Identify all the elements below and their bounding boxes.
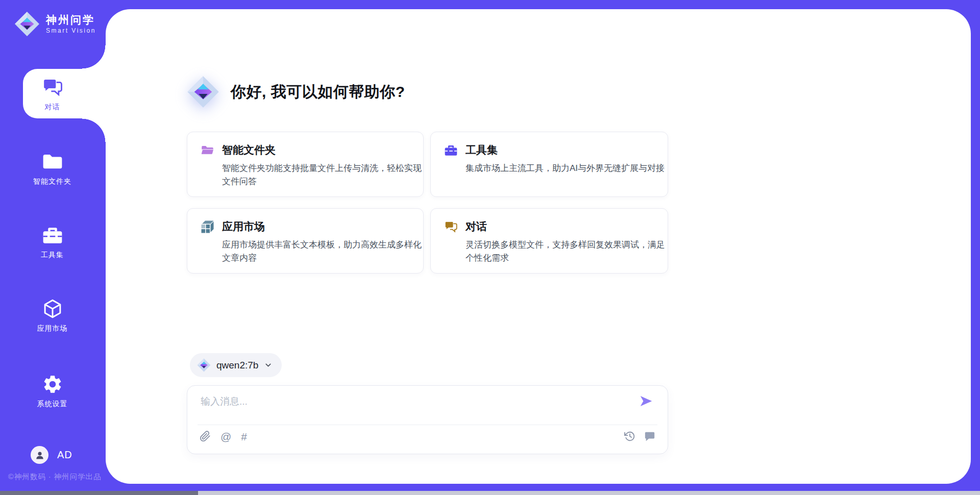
composer-divider xyxy=(198,425,657,425)
card-description: 灵活切换多模型文件，支持多样回复效果调试，满足个性化需求 xyxy=(465,238,670,264)
card-chat[interactable]: 对话 灵活切换多模型文件，支持多样回复效果调试，满足个性化需求 xyxy=(430,208,668,274)
folder-icon xyxy=(42,151,63,172)
model-name: qwen2:7b xyxy=(216,360,258,371)
toolbox-icon xyxy=(444,143,458,157)
composer-tools-right xyxy=(624,431,655,442)
brand-name-en: Smart Vision xyxy=(46,27,96,34)
sidebar-item-app-market[interactable]: 应用市场 xyxy=(0,292,105,339)
card-header: 对话 xyxy=(444,219,655,234)
message-composer: @ # xyxy=(187,385,668,454)
message-input[interactable] xyxy=(200,394,625,419)
card-description: 集成市场上主流工具，助力AI与外界无缝扩展与对接 xyxy=(465,162,670,175)
card-smart-folder[interactable]: 智能文件夹 智能文件夹功能支持批量文件上传与清洗，轻松实现文件问答 xyxy=(187,132,424,197)
brand-text: 神州问学 Smart Vision xyxy=(46,14,96,34)
model-selector[interactable]: qwen2:7b xyxy=(190,353,282,377)
sidebar-item-label: 对话 xyxy=(45,103,60,112)
history-button[interactable] xyxy=(624,431,635,442)
card-toolset[interactable]: 工具集 集成市场上主流工具，助力AI与外界无缝扩展与对接 xyxy=(430,132,668,197)
chat-icon xyxy=(42,77,63,98)
card-title: 对话 xyxy=(465,219,487,234)
send-button[interactable] xyxy=(637,392,655,411)
scrollbar-thumb[interactable] xyxy=(0,491,198,495)
sidebar-item-label: 工具集 xyxy=(41,251,64,260)
card-header: 应用市场 xyxy=(201,219,411,234)
history-icon xyxy=(624,431,635,442)
user-initials: AD xyxy=(57,449,72,461)
composer-tools-left: @ # xyxy=(200,431,247,442)
greeting-block: 你好, 我可以如何帮助你? xyxy=(187,66,405,117)
card-header: 工具集 xyxy=(444,143,655,157)
cube-icon xyxy=(42,298,63,319)
gem-logo-icon xyxy=(197,358,211,372)
feature-cards: 智能文件夹 智能文件夹功能支持批量文件上传与清洗，轻松实现文件问答 工具集 集成… xyxy=(187,132,668,274)
attach-icon xyxy=(200,431,211,442)
active-nav-fillet-bottom xyxy=(82,118,106,142)
card-description: 智能文件夹功能支持批量文件上传与清洗，轻松实现文件问答 xyxy=(222,162,426,188)
sidebar-item-chat[interactable]: 对话 xyxy=(0,70,105,117)
folder-open-icon xyxy=(201,143,214,157)
comment-button[interactable] xyxy=(644,431,655,442)
copyright-text: ©神州数码 · 神州问学出品 xyxy=(8,472,102,482)
gear-icon xyxy=(42,374,63,395)
sidebar-item-label: 应用市场 xyxy=(37,324,68,333)
card-header: 智能文件夹 xyxy=(201,143,411,157)
card-description: 应用市场提供丰富长文本模板，助力高效生成多样化文章内容 xyxy=(222,238,426,264)
gem-logo-icon xyxy=(187,76,219,108)
sidebar-item-toolset[interactable]: 工具集 xyxy=(0,218,105,265)
attach-button[interactable] xyxy=(200,431,211,442)
sidebar-item-settings[interactable]: 系统设置 xyxy=(0,367,105,414)
card-app-market[interactable]: 应用市场 应用市场提供丰富长文本模板，助力高效生成多样化文章内容 xyxy=(187,208,424,274)
hash-icon: # xyxy=(241,431,247,442)
gem-logo-icon xyxy=(14,11,40,37)
sidebar-item-smart-folder[interactable]: 智能文件夹 xyxy=(0,145,105,192)
user-account[interactable]: AD xyxy=(31,446,72,464)
avatar xyxy=(31,446,48,464)
card-title: 智能文件夹 xyxy=(222,143,276,157)
send-icon xyxy=(639,393,654,409)
cube-grid-icon xyxy=(201,220,214,234)
chat-icon xyxy=(444,220,458,234)
horizontal-scrollbar[interactable] xyxy=(0,491,980,495)
brand-name-cn: 神州问学 xyxy=(46,14,96,26)
app-root: { "brand": { "name_cn": "神州问学", "name_en… xyxy=(0,0,980,495)
sidebar-item-label: 系统设置 xyxy=(37,400,68,409)
mention-button[interactable]: @ xyxy=(220,431,231,442)
card-title: 工具集 xyxy=(465,143,498,157)
mention-icon: @ xyxy=(220,431,231,442)
card-title: 应用市场 xyxy=(222,219,265,234)
sidebar-item-label: 智能文件夹 xyxy=(33,177,71,186)
person-icon xyxy=(35,450,45,460)
toolbox-icon xyxy=(42,225,63,246)
greeting-text: 你好, 我可以如何帮助你? xyxy=(231,82,405,103)
app-logo: 神州问学 Smart Vision xyxy=(14,11,96,37)
active-nav-fillet-top xyxy=(82,45,106,69)
comment-icon xyxy=(644,431,655,442)
hash-button[interactable]: # xyxy=(241,431,247,442)
chevron-down-icon xyxy=(264,361,273,369)
